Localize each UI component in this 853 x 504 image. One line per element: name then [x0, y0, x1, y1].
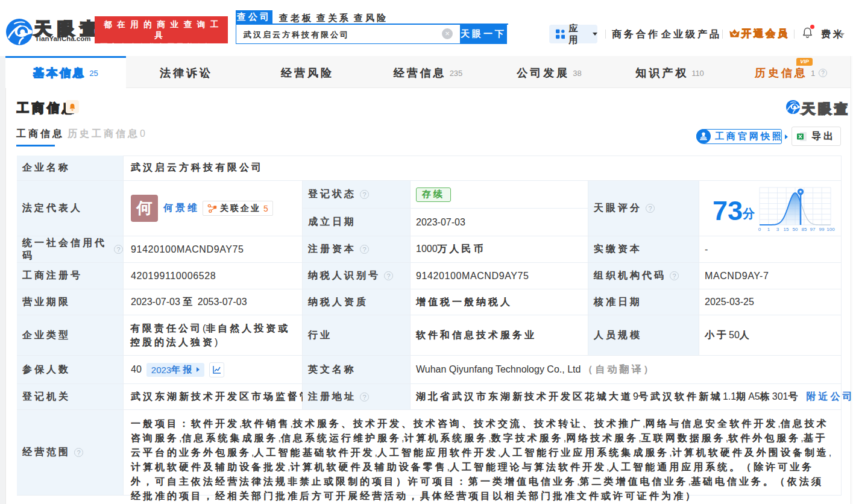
svg-text:15: 15: [784, 227, 789, 232]
svg-text:85: 85: [802, 227, 807, 232]
svg-text:99: 99: [819, 227, 825, 232]
svg-text:0: 0: [758, 227, 761, 232]
svg-text:100: 100: [826, 227, 835, 232]
svg-text:50: 50: [793, 227, 798, 232]
svg-text:97: 97: [810, 227, 816, 232]
svg-text:1: 1: [767, 227, 770, 232]
svg-text:3: 3: [776, 227, 779, 232]
